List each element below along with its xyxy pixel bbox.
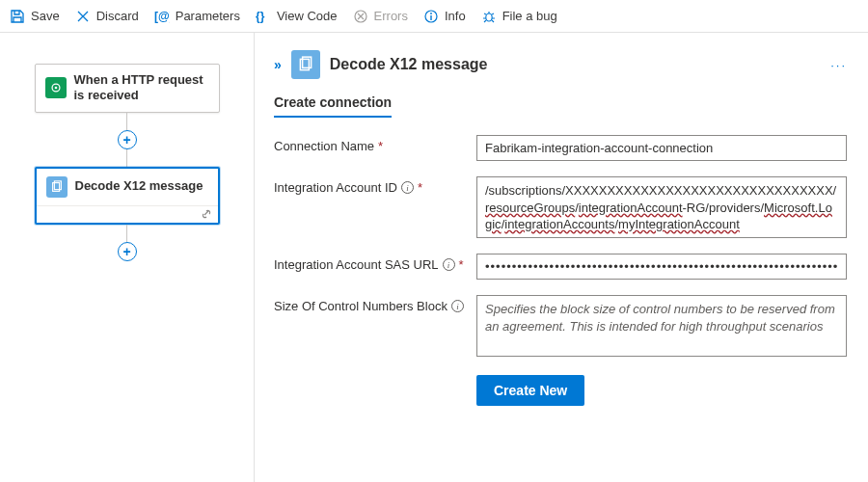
x12-action-icon	[46, 176, 68, 198]
errors-label: Errors	[374, 9, 408, 23]
add-step-button-2[interactable]: +	[118, 242, 137, 261]
discard-icon	[75, 9, 91, 24]
action-sub	[37, 205, 218, 223]
top-toolbar: Save Discard [@] Parameters {} View Code…	[0, 0, 868, 33]
info-icon[interactable]: i	[401, 181, 414, 194]
panel-more-button[interactable]: ···	[830, 58, 847, 72]
info-icon	[423, 9, 439, 24]
row-integration-account-id: Integration Account ID i * /subscription…	[274, 176, 847, 238]
info-icon[interactable]: i	[451, 300, 464, 312]
row-block-size: Size Of Control Numbers Block i	[274, 295, 847, 360]
trigger-header: When a HTTP request is received	[36, 65, 219, 112]
panel-title: Decode X12 message	[330, 56, 488, 73]
save-label: Save	[31, 9, 60, 23]
errors-icon	[353, 9, 368, 24]
svg-rect-5	[430, 15, 431, 20]
connector-line	[126, 225, 127, 242]
details-panel: » Decode X12 message ··· Create connecti…	[255, 33, 868, 482]
label-sas-url: Integration Account SAS URL i *	[274, 254, 476, 272]
integration-account-id-input[interactable]: /subscriptions/XXXXXXXXXXXXXXXXXXXXXXXXX…	[476, 176, 847, 238]
svg-text:{}: {}	[256, 10, 265, 23]
svg-point-8	[54, 87, 57, 90]
connector-line	[126, 149, 127, 167]
view-code-button[interactable]: {} View Code	[256, 9, 338, 24]
file-bug-label: File a bug	[502, 9, 557, 23]
required-mark: *	[459, 257, 464, 272]
save-icon	[10, 9, 25, 24]
errors-button: Errors	[353, 9, 408, 24]
designer-canvas: When a HTTP request is received + Decode…	[0, 33, 255, 482]
section-title: Create connection	[274, 94, 392, 118]
svg-text:[@]: [@]	[154, 10, 170, 23]
panel-title-icon	[291, 50, 320, 79]
parameters-button[interactable]: [@] Parameters	[154, 9, 240, 24]
main-body: When a HTTP request is received + Decode…	[0, 33, 868, 482]
svg-point-4	[430, 13, 432, 14]
file-bug-button[interactable]: File a bug	[481, 9, 557, 24]
link-icon	[201, 208, 212, 220]
view-code-label: View Code	[277, 9, 338, 23]
required-mark: *	[418, 180, 422, 195]
parameters-label: Parameters	[176, 9, 240, 23]
svg-point-6	[485, 13, 491, 21]
row-sas-url: Integration Account SAS URL i *	[274, 254, 847, 280]
trigger-title: When a HTTP request is received	[74, 72, 209, 104]
discard-button[interactable]: Discard	[75, 9, 139, 24]
action-title: Decode X12 message	[75, 178, 203, 194]
sas-url-input[interactable]	[476, 254, 847, 280]
required-mark: *	[378, 139, 383, 153]
add-step-button-1[interactable]: +	[118, 130, 137, 149]
trigger-node[interactable]: When a HTTP request is received	[35, 64, 220, 113]
label-connection-name: Connection Name *	[274, 135, 476, 153]
panel-header: » Decode X12 message ···	[274, 50, 847, 79]
action-header: Decode X12 message	[37, 169, 218, 205]
bug-icon	[481, 9, 497, 24]
row-connection-name: Connection Name *	[274, 135, 847, 161]
action-node[interactable]: Decode X12 message	[35, 167, 220, 225]
collapse-panel-button[interactable]: »	[274, 57, 282, 72]
parameters-icon: [@]	[154, 9, 170, 24]
save-button[interactable]: Save	[10, 9, 60, 24]
connection-name-input[interactable]	[476, 135, 847, 161]
http-trigger-icon	[45, 77, 67, 98]
info-label: Info	[445, 9, 466, 23]
label-block-size: Size Of Control Numbers Block i	[274, 295, 476, 313]
info-button[interactable]: Info	[423, 9, 466, 24]
discard-label: Discard	[96, 9, 139, 23]
connector-line	[126, 113, 127, 130]
block-size-input[interactable]	[476, 295, 847, 357]
label-integration-account-id: Integration Account ID i *	[274, 176, 476, 195]
button-row: Create New	[476, 375, 847, 406]
code-icon: {}	[256, 9, 271, 24]
info-icon[interactable]: i	[443, 258, 455, 271]
create-new-button[interactable]: Create New	[476, 375, 584, 406]
